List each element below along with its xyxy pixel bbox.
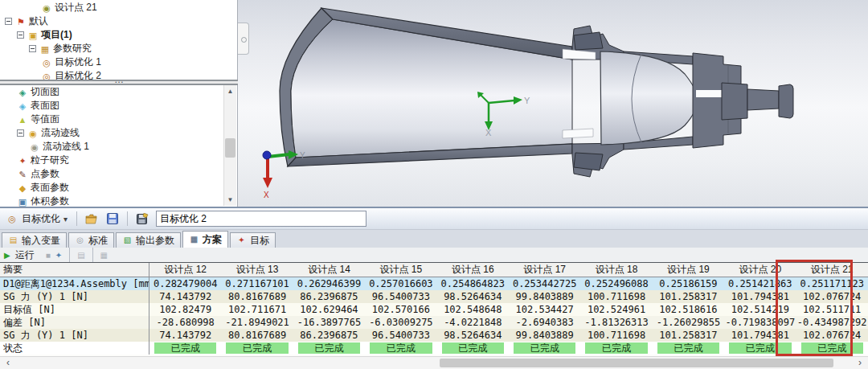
tree-item[interactable]: ◉流动迹线 1	[0, 140, 225, 154]
goal-optimization-dropdown[interactable]: ◎ 目标优化	[3, 211, 71, 228]
scrollbar-thumb[interactable]	[440, 359, 833, 367]
design-point-header[interactable]: 设计点 17	[509, 263, 580, 277]
criteria-icon: ◎	[75, 235, 85, 246]
design-point-header[interactable]: 设计点 13	[221, 263, 293, 277]
tab-input-variables[interactable]: ▤ 输入变量	[2, 232, 67, 248]
status-cell: 已完成	[365, 342, 436, 355]
value-cell: 0.251421863	[724, 277, 796, 290]
mode-label: 目标优化	[22, 212, 60, 226]
design-point-header[interactable]: 设计点 14	[293, 263, 365, 277]
tree-item[interactable]: ◈表面图	[0, 99, 225, 113]
value-cell: 102.076724	[796, 290, 868, 303]
tree-splitter[interactable]	[0, 80, 238, 85]
value-cell: 102.629464	[293, 303, 365, 316]
status-cell: 已完成	[149, 342, 221, 355]
separator	[76, 211, 77, 226]
tree-item-label: 切面图	[29, 85, 59, 99]
scroll-right-icon[interactable]	[854, 358, 866, 368]
design-point-header[interactable]: 设计点 20	[724, 263, 796, 277]
scrollbar-thumb[interactable]	[225, 138, 235, 158]
value-cell: 0.254864823	[437, 277, 509, 290]
tab-output-parameters[interactable]: ▧ 输出参数	[116, 232, 181, 248]
3d-model	[241, 0, 868, 207]
value-cell: 0.252496088	[580, 277, 652, 290]
scroll-up-icon[interactable]	[224, 85, 236, 97]
status-badge: 已完成	[729, 342, 791, 354]
tree-item[interactable]: ✦粒子研究	[0, 154, 225, 167]
status-cell: 已完成	[724, 342, 796, 355]
design-point-header[interactable]: 设计点 16	[437, 263, 509, 277]
tree-item[interactable]: ⚑默认	[0, 14, 225, 28]
tree-item[interactable]: ◉设计点 21	[0, 1, 225, 14]
study-toolbar: ◎ 目标优化	[0, 208, 868, 230]
value-cell: 101.258317	[653, 290, 724, 303]
status-cell: 已完成	[221, 342, 293, 355]
expander-icon[interactable]	[17, 31, 24, 39]
table-header-row: 摘要设计点 12设计点 13设计点 14设计点 15设计点 16设计点 17设计…	[0, 263, 868, 277]
flow-simulation-window: Y X Y X ◉设计点 21⚑默认▣项目(1)▦参数研究◎目标优化 1◎目标优…	[0, 0, 868, 369]
add-design-point-icon[interactable]: ✦	[55, 251, 62, 260]
tree-item[interactable]: ◉流动迹线	[0, 126, 225, 140]
design-point-header[interactable]: 设计点 15	[365, 263, 436, 277]
value-cell: 98.5264634	[437, 329, 509, 342]
design-point-header[interactable]: 设计点 21	[796, 263, 868, 277]
row-label: SG 力 (Y) 1 [N]	[0, 329, 149, 342]
svg-text:Y: Y	[524, 96, 530, 105]
save-study-button[interactable]	[104, 211, 121, 227]
expander-icon[interactable]	[17, 129, 24, 137]
table-row: 目标值 [N]102.82479102.711671102.629464102.…	[0, 303, 868, 316]
results-tree-scrollbar[interactable]	[223, 85, 236, 206]
copy-icon[interactable]: ▤	[77, 251, 84, 260]
reference-triad-icon: Y X	[474, 74, 532, 137]
tree-item-label: 流动迹线 1	[41, 140, 89, 154]
status-badge: 已完成	[801, 342, 863, 354]
status-badge: 已完成	[154, 342, 216, 354]
tab-criteria[interactable]: ◎ 标准	[68, 232, 114, 248]
tree-item[interactable]: ▲等值面	[0, 113, 225, 126]
summary-header: 摘要	[0, 263, 149, 277]
expander-icon[interactable]	[5, 18, 12, 25]
scroll-down-icon[interactable]	[224, 194, 236, 206]
tab-goals[interactable]: ✦ 目标	[230, 232, 276, 248]
value-cell: 74.143792	[149, 329, 221, 342]
value-cell: 102.076724	[796, 329, 868, 342]
value-cell: 86.2396875	[293, 329, 365, 342]
table-row: 偏差 [N]-28.680998-21.8949021-16.3897765-6…	[0, 316, 868, 329]
study-name-input[interactable]	[156, 211, 366, 227]
status-badge: 已完成	[657, 342, 719, 354]
tree-item[interactable]: ◆表面参数	[0, 181, 225, 195]
status-cell: 已完成	[293, 342, 365, 355]
export-table-icon[interactable]: ▦	[100, 251, 108, 260]
design-point-header[interactable]: 设计点 18	[580, 263, 652, 277]
panel-collapse-handle[interactable]	[238, 23, 249, 55]
design-point-header[interactable]: 设计点 19	[653, 263, 724, 277]
tree-item[interactable]: ◈切面图	[0, 85, 225, 99]
tree-item[interactable]: ◎目标优化 1	[0, 55, 225, 69]
open-study-button[interactable]	[83, 211, 100, 227]
save-as-template-button[interactable]	[133, 211, 151, 227]
tree-item[interactable]: ✎点参数	[0, 167, 225, 181]
value-cell: 80.8167689	[221, 329, 293, 342]
status-badge: 已完成	[442, 342, 504, 354]
output-parameters-icon: ▧	[122, 235, 133, 246]
stop-icon[interactable]: ■	[46, 251, 51, 260]
design-point-header[interactable]: 设计点 12	[149, 263, 221, 277]
flow-trajectories-icon: ◉	[27, 128, 39, 139]
expander-icon[interactable]	[29, 45, 36, 52]
run-button[interactable]: 运行	[15, 248, 35, 262]
row-label: SG 力 (Y) 1 [N]	[0, 290, 149, 303]
svg-text:Y: Y	[300, 151, 305, 160]
tree-item[interactable]: ▣项目(1)	[0, 28, 225, 42]
value-cell: 98.5264634	[437, 290, 509, 303]
scroll-left-icon[interactable]	[2, 358, 14, 368]
tree-item[interactable]: ▦参数研究	[0, 42, 225, 55]
horizontal-scrollbar[interactable]	[0, 356, 868, 369]
cut-plot-icon: ◈	[17, 87, 28, 98]
feature-tree-panel: ◉设计点 21⚑默认▣项目(1)▦参数研究◎目标优化 1◎目标优化 2 ◈切面图…	[0, 0, 238, 207]
status-badge: 已完成	[585, 342, 647, 354]
table-row: SG 力 (Y) 1 [N]74.14379280.816768986.2396…	[0, 329, 868, 342]
table-row: D1@距离1@1234.Assembly [mm]0.2824790040.27…	[0, 277, 868, 290]
svg-text:X: X	[485, 128, 492, 137]
tab-scenario[interactable]: ▦ 方案	[182, 231, 228, 248]
value-cell: 0.257016603	[365, 277, 436, 290]
